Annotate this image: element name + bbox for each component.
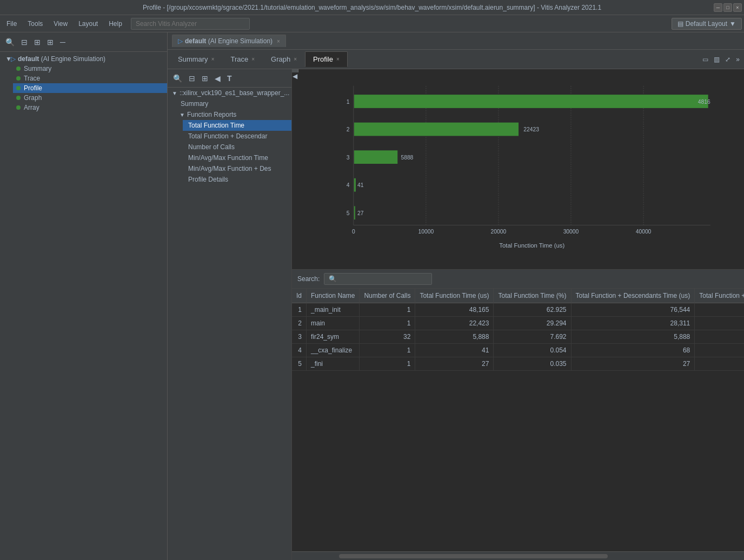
- tab-layout-dual-btn[interactable]: ▥: [712, 55, 722, 64]
- col-header-total-desc-time-us[interactable]: Total Function + Descendants Time (us): [571, 289, 695, 303]
- cell-function-name: _fini: [307, 357, 360, 371]
- col-header-id[interactable]: Id: [292, 289, 307, 303]
- profile-collapse-left-btn[interactable]: ◀: [212, 73, 223, 84]
- profile-nav-profile-details[interactable]: Profile Details: [183, 174, 291, 185]
- search-toolbar-btn[interactable]: 🔍: [3, 37, 17, 48]
- svg-text:41: 41: [357, 182, 364, 188]
- table-search-input[interactable]: [324, 273, 432, 285]
- profile-collapse-btn[interactable]: ⊟: [187, 73, 197, 84]
- profile-left-toolbar: 🔍 ⊟ ⊞ ◀ T: [168, 69, 291, 88]
- close-btn[interactable]: ×: [733, 3, 742, 12]
- cell-num-calls: 1: [360, 344, 415, 357]
- tab-trace-close[interactable]: ×: [251, 56, 255, 62]
- tree-area: ▼ ▷ default (AI Engine Simulation) Summa…: [0, 52, 167, 560]
- table-row[interactable]: 3 fir24_sym 32 5,888 7.692 5,888 5.312: [292, 330, 744, 344]
- session-tab-close[interactable]: ×: [277, 38, 280, 44]
- minimize-btn[interactable]: ─: [714, 3, 722, 12]
- trace-label: Trace: [24, 75, 40, 82]
- profile-nav-min-avg-max-time[interactable]: Min/Avg/Max Function Time: [183, 152, 291, 163]
- sidebar-item-array[interactable]: Array: [13, 103, 167, 112]
- profile-nav: 🔍 ⊟ ⊞ ◀ T ▼ ::xilinx_vck190_es1_base_wra…: [168, 69, 292, 560]
- bar-5[interactable]: [354, 206, 355, 219]
- tab-graph[interactable]: Graph ×: [263, 51, 305, 67]
- profile-nav-function-reports[interactable]: ▼ Function Reports: [175, 109, 291, 120]
- table-row[interactable]: 2 main 1 22,423 29.294 28,311 25.543: [292, 317, 744, 330]
- profile-expand-btn[interactable]: ⊞: [200, 73, 210, 84]
- function-reports-label: Function Reports: [187, 111, 236, 118]
- minimize-panel-btn[interactable]: ─: [58, 37, 68, 48]
- svg-text:27: 27: [357, 210, 364, 216]
- profile-nav-summary[interactable]: Summary: [175, 98, 291, 109]
- table-row[interactable]: 5 _fini 1 27 0.035 27 0.024: [292, 357, 744, 371]
- profile-nav-min-avg-max-des[interactable]: Min/Avg/Max Function + Des: [183, 163, 291, 174]
- cell-total-desc-time-us: 27: [571, 357, 695, 371]
- sidebar-item-graph[interactable]: Graph: [13, 93, 167, 103]
- chart-table-area: ◀ Function: [292, 69, 744, 560]
- tab-profile[interactable]: Profile ×: [305, 51, 348, 67]
- svg-text:5888: 5888: [401, 155, 413, 161]
- col-header-total-desc-time-pct[interactable]: Total Function + Descendants Time (%): [695, 289, 744, 303]
- profile-nav-root[interactable]: ▼ ::xilinx_vck190_es1_base_wrapper_...: [168, 88, 291, 98]
- col-header-total-fn-time-us[interactable]: Total Function Time (us): [415, 289, 494, 303]
- bar-2[interactable]: [354, 123, 519, 136]
- expand-all-btn[interactable]: ⊞: [32, 37, 43, 48]
- layout-button[interactable]: ▤ Default Layout ▼: [672, 18, 742, 30]
- menu-file[interactable]: File: [2, 18, 21, 29]
- cell-id: 4: [292, 344, 307, 357]
- cell-total-desc-time-pct: 5.312: [695, 330, 744, 344]
- session-tab-default[interactable]: ▷ default (AI Engine Simulation) ×: [172, 35, 286, 47]
- horizontal-scrollbar[interactable]: [292, 551, 744, 560]
- bar-3[interactable]: [354, 150, 397, 164]
- tab-graph-close[interactable]: ×: [294, 56, 297, 62]
- left-toolbar: 🔍 ⊟ ⊞ ⊞ ─: [0, 32, 167, 52]
- col-header-total-fn-time-pct[interactable]: Total Function Time (%): [494, 289, 571, 303]
- tab-summary-close[interactable]: ×: [211, 56, 215, 62]
- tab-more-btn[interactable]: »: [734, 55, 742, 64]
- collapse-all-btn[interactable]: ⊟: [19, 37, 30, 48]
- cell-function-name: __cxa_finalize: [307, 344, 360, 357]
- menu-tools[interactable]: Tools: [23, 18, 47, 29]
- search-bar: Search:: [292, 269, 744, 289]
- right-panel: ▷ default (AI Engine Simulation) × Summa…: [168, 32, 744, 560]
- profile-nav-total-function-descendant[interactable]: Total Function + Descendar: [183, 131, 291, 142]
- menu-layout[interactable]: Layout: [74, 18, 102, 29]
- search-input[interactable]: [131, 18, 250, 30]
- search-label: Search:: [297, 275, 320, 283]
- table-row[interactable]: 4 __cxa_finalize 1 41 0.054 68 0.061: [292, 344, 744, 357]
- tab-layout-single-btn[interactable]: ▭: [700, 55, 710, 64]
- profile-nav-number-of-calls[interactable]: Number of Calls: [183, 142, 291, 152]
- svg-text:2: 2: [347, 126, 350, 132]
- menu-help[interactable]: Help: [104, 18, 127, 29]
- menu-view[interactable]: View: [49, 18, 72, 29]
- tab-trace[interactable]: Trace ×: [222, 51, 263, 67]
- cell-function-name: _main_init: [307, 303, 360, 317]
- session-tab-label: default (AI Engine Simulation): [185, 37, 273, 45]
- T-icon[interactable]: T: [227, 74, 232, 83]
- sidebar-item-profile[interactable]: Profile: [13, 83, 167, 93]
- tab-profile-close[interactable]: ×: [336, 56, 340, 62]
- bar-1[interactable]: [354, 95, 708, 108]
- cell-total-fn-time-pct: 0.035: [494, 357, 571, 371]
- sidebar-item-summary[interactable]: Summary: [13, 64, 167, 74]
- col-header-num-calls[interactable]: Number of Calls: [360, 289, 415, 303]
- col-header-function-name[interactable]: Function Name: [307, 289, 360, 303]
- table-row[interactable]: 1 _main_init 1 48,165 62.925 76,544 69.0…: [292, 303, 744, 317]
- bar-4[interactable]: [354, 178, 356, 192]
- cell-total-fn-time-us: 48,165: [415, 303, 494, 317]
- view-tabs: Summary × Trace × Graph × Profile × ▭ ▥ …: [168, 50, 744, 69]
- menu-bar: File Tools View Layout Help ▤ Default La…: [0, 15, 744, 32]
- cell-id: 1: [292, 303, 307, 317]
- tab-maximize-btn[interactable]: ⤢: [723, 55, 733, 64]
- layout-tree-btn[interactable]: ⊞: [45, 37, 56, 48]
- maximize-btn[interactable]: □: [723, 3, 732, 12]
- profile-search-btn[interactable]: 🔍: [171, 73, 184, 84]
- tab-summary[interactable]: Summary ×: [170, 51, 222, 67]
- root-expand-arrow: ▼: [5, 55, 11, 63]
- profile-nav-total-function-time[interactable]: Total Function Time: [183, 120, 291, 131]
- collapse-handle[interactable]: ◀: [292, 69, 298, 72]
- sidebar-item-trace[interactable]: Trace: [13, 74, 167, 83]
- data-table: Id Function Name Number of Calls Total F…: [292, 289, 744, 551]
- scrollbar-thumb[interactable]: [339, 554, 608, 558]
- tree-root-item[interactable]: ▼ ▷ default (AI Engine Simulation): [3, 54, 167, 64]
- cell-total-fn-time-us: 27: [415, 357, 494, 371]
